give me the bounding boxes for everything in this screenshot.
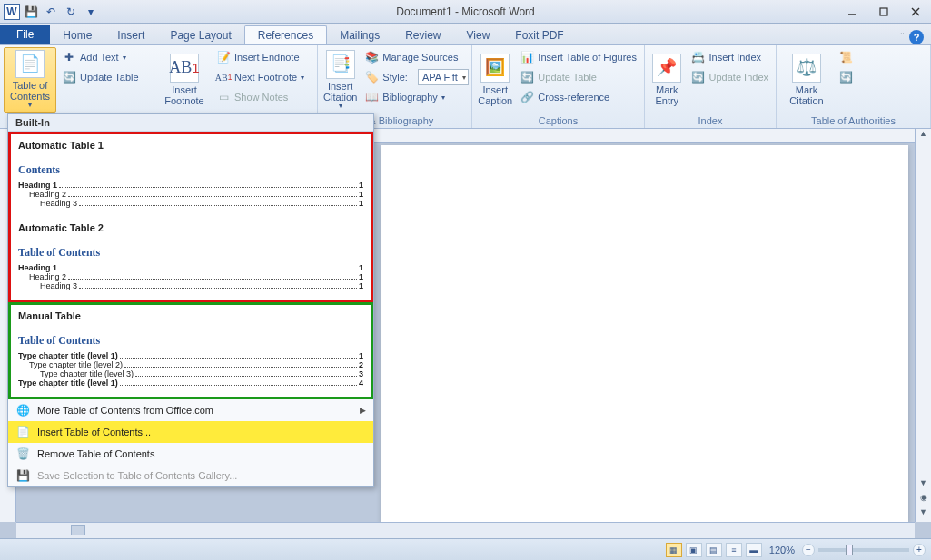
zoom-in-button[interactable]: +: [913, 544, 926, 556]
toc-preview-line: Heading 31: [18, 199, 363, 208]
preset-title: Automatic Table 1: [18, 140, 363, 151]
bibliography-button[interactable]: 📖Bibliography ▾: [361, 87, 472, 107]
tab-insert[interactable]: Insert: [104, 26, 157, 44]
view-draft-button[interactable]: ▬: [746, 543, 762, 557]
style-combo[interactable]: APA Fift▾: [418, 69, 469, 85]
table-of-contents-button[interactable]: 📄 Table of Contents ▾: [4, 47, 56, 113]
document-page[interactable]: [381, 145, 908, 522]
add-text-icon: ✚: [62, 50, 76, 64]
tab-foxit-pdf[interactable]: Foxit PDF: [502, 26, 576, 44]
preset-title: Manual Table: [18, 310, 363, 321]
tab-references[interactable]: References: [244, 25, 327, 44]
window-title: Document1 - Microsoft Word: [396, 5, 535, 18]
toc-gallery-dropdown: Built-In Automatic Table 1 Contents Head…: [7, 113, 374, 487]
manual-preset-box: Manual Table Table of Contents Type chap…: [8, 302, 373, 399]
endnote-icon: 📝: [216, 50, 231, 64]
update-toa-icon-inner: 🔄: [838, 70, 853, 84]
group-label-toa: Table of Authorities: [777, 114, 930, 128]
save-icon[interactable]: 💾: [22, 3, 40, 21]
insert-footnote-button[interactable]: AB1 Insert Footnote: [158, 47, 211, 113]
update-icon: 🔄: [62, 70, 76, 84]
manage-sources-icon: 📚: [364, 50, 379, 64]
insert-endnote-button[interactable]: 📝Insert Endnote: [213, 47, 308, 67]
update-table-button[interactable]: 🔄Update Table: [58, 67, 143, 87]
insert-citation-button[interactable]: 📑 Insert Citation ▾: [322, 47, 359, 113]
preset-manual-table[interactable]: Manual Table Table of Contents Type chap…: [11, 305, 371, 397]
remove-toc-icon: 🗑️: [15, 447, 30, 461]
view-print-layout-button[interactable]: ▦: [666, 543, 682, 557]
group-table-of-authorities: ⚖️ Mark Citation 📜 🔄 Table of Authoritie…: [777, 45, 931, 128]
toc-preview-line: Heading 21: [18, 272, 363, 281]
toc-preview-line: Heading 11: [18, 181, 363, 190]
group-index: 📌 Mark Entry 📇Insert Index 🔄Update Index…: [645, 45, 777, 128]
preset-automatic-table-2[interactable]: Automatic Table 2 Table of Contents Head…: [11, 217, 371, 300]
insert-caption-button[interactable]: 🖼️ Insert Caption: [476, 47, 514, 113]
cross-ref-icon: 🔗: [520, 90, 534, 104]
vscroll-track[interactable]: [916, 143, 931, 478]
maximize-button[interactable]: [867, 2, 899, 22]
cross-reference-button[interactable]: 🔗Cross-reference: [516, 87, 640, 107]
view-outline-button[interactable]: ≡: [726, 543, 742, 557]
app-icon[interactable]: W: [4, 4, 20, 20]
toc-preview-line: Heading 31: [18, 281, 363, 290]
help-icon[interactable]: ?: [909, 30, 924, 44]
horizontal-scrollbar[interactable]: [16, 522, 915, 538]
menu-remove-toc[interactable]: 🗑️ Remove Table of Contents: [8, 443, 373, 465]
tab-review[interactable]: Review: [392, 26, 453, 44]
toc-preview-line: Heading 21: [18, 190, 363, 199]
scroll-up-icon[interactable]: ▲: [916, 129, 931, 143]
zoom-level[interactable]: 120%: [769, 545, 795, 555]
caption-icon: 🖼️: [480, 54, 510, 83]
insert-index-button[interactable]: 📇Insert Index: [688, 47, 772, 67]
tab-home[interactable]: Home: [50, 26, 104, 44]
tab-page-layout[interactable]: Page Layout: [157, 26, 243, 44]
group-captions: 🖼️ Insert Caption 📊Insert Table of Figur…: [472, 45, 645, 128]
hscroll-thumb[interactable]: [71, 525, 85, 535]
tab-view[interactable]: View: [454, 26, 503, 44]
quick-access-toolbar: W 💾 ↶ ↻ ▾: [0, 3, 100, 21]
preset-title: Automatic Table 2: [18, 222, 363, 233]
toc-preview-line: Type chapter title (level 1)1: [18, 351, 363, 360]
next-page-icon[interactable]: ▼: [916, 507, 931, 522]
tab-file[interactable]: File: [0, 25, 50, 44]
preset-automatic-table-1[interactable]: Automatic Table 1 Contents Heading 11Hea…: [11, 134, 371, 217]
citation-icon: 📑: [326, 50, 355, 79]
mark-entry-icon: 📌: [652, 54, 681, 83]
manage-sources-button[interactable]: 📚Manage Sources: [361, 47, 472, 67]
automatic-presets-box: Automatic Table 1 Contents Heading 11Hea…: [8, 132, 373, 302]
citation-style-row: 🏷️Style: APA Fift▾: [361, 67, 472, 87]
view-full-screen-button[interactable]: ▣: [686, 543, 702, 557]
insert-toa-icon[interactable]: 📜: [835, 47, 857, 67]
qat-customize-icon[interactable]: ▾: [82, 3, 100, 21]
status-bar: ▦ ▣ ▤ ≡ ▬ 120% − +: [0, 538, 931, 560]
insert-table-of-figures-button[interactable]: 📊Insert Table of Figures: [516, 47, 640, 67]
view-web-layout-button[interactable]: ▤: [706, 543, 722, 557]
show-notes-button: ▭Show Notes: [213, 87, 308, 107]
toc-preview-line: Type chapter title (level 1)4: [18, 378, 363, 388]
close-button[interactable]: [899, 2, 931, 22]
prev-page-icon[interactable]: ◉: [916, 493, 931, 507]
svg-rect-1: [880, 8, 887, 15]
tab-mailings[interactable]: Mailings: [327, 26, 392, 44]
next-footnote-icon: AB1: [216, 70, 231, 84]
zoom-slider[interactable]: [818, 548, 909, 552]
contents-heading: Table of Contents: [18, 334, 363, 348]
zoom-slider-knob[interactable]: [846, 545, 853, 555]
minimize-ribbon-icon[interactable]: ˇ: [901, 33, 904, 43]
toc-icon: 📄: [15, 50, 45, 78]
add-text-button[interactable]: ✚Add Text ▾: [58, 47, 143, 67]
menu-insert-toc[interactable]: 📄 Insert Table of Contents...: [8, 421, 373, 443]
undo-icon[interactable]: ↶: [42, 3, 60, 21]
scroll-down-icon[interactable]: ▼: [916, 478, 931, 493]
footnote-icon: AB1: [170, 54, 199, 83]
zoom-out-button[interactable]: −: [802, 544, 815, 556]
redo-icon[interactable]: ↻: [62, 3, 80, 21]
menu-more-from-office[interactable]: 🌐 More Table of Contents from Office.com…: [8, 399, 373, 421]
mark-citation-button[interactable]: ⚖️ Mark Citation: [780, 47, 833, 113]
mark-entry-button[interactable]: 📌 Mark Entry: [649, 47, 686, 113]
next-footnote-button[interactable]: AB1Next Footnote ▾: [213, 67, 308, 87]
vertical-scrollbar[interactable]: ▲ ▼ ◉ ▼: [915, 129, 931, 522]
group-label-index: Index: [645, 114, 776, 128]
minimize-button[interactable]: [836, 2, 867, 22]
update-icon: 🔄: [520, 70, 534, 84]
